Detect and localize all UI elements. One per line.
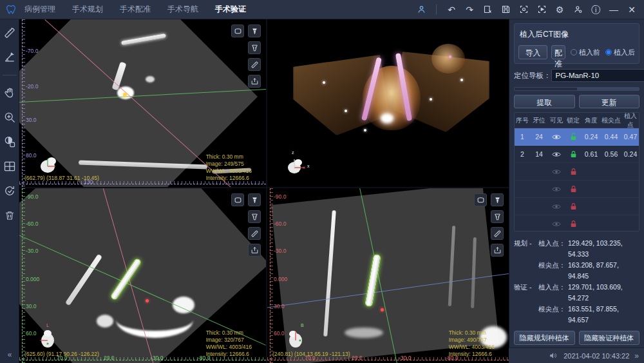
crown-view-icon[interactable] (231, 193, 244, 206)
hide-planned-implant-button[interactable]: 隐藏规划种植体 (514, 331, 575, 345)
measure-ruler-icon[interactable] (491, 227, 504, 240)
switch-account-icon[interactable] (572, 4, 583, 15)
implant-outline-icon[interactable] (248, 210, 261, 223)
table-row[interactable] (515, 163, 639, 181)
record-view-icon[interactable] (536, 4, 547, 15)
main-menu: 病例管理 手术规划 手术配准 手术导航 手术验证 (24, 4, 246, 15)
import-button[interactable]: 导入 (518, 45, 547, 59)
register-button[interactable]: 配准 (551, 45, 565, 59)
minimize-icon[interactable]: — (608, 4, 620, 15)
crown-view-icon[interactable] (474, 193, 487, 206)
entry-point-label: 植入点： (538, 238, 568, 260)
orientation-marker: L (36, 328, 62, 350)
menu-surgery-verification[interactable]: 手术验证 (215, 4, 246, 15)
implant-view-icon[interactable] (248, 193, 261, 206)
measure-ruler-icon[interactable] (248, 227, 261, 240)
lock-closed-icon[interactable] (565, 202, 582, 210)
slice-info-readout: Thick: 0.30 mm Image: 249/575 WW/WL: 400… (206, 153, 252, 182)
left-ruler-ticks (23, 19, 25, 187)
viewport-oblique-2[interactable]: -90.0-60.0 -30.00.000 30.060.0 70.020.0 … (267, 188, 509, 363)
skull-condyle (431, 44, 465, 74)
visible-eye-icon[interactable] (548, 221, 565, 227)
apex-point-label: 根尖点： (538, 304, 568, 326)
cursor-coordinate-readout: (240.81) (104.13 65.19 -121.13) (272, 351, 350, 357)
angle-measure-icon[interactable] (3, 50, 17, 64)
radio-pre-implant[interactable]: 植入前 (571, 48, 600, 57)
radio-post-implant[interactable]: 植入后 (605, 48, 635, 57)
user-icon[interactable] (415, 4, 427, 15)
orientation-marker: B (284, 328, 310, 350)
implant-view-icon[interactable] (248, 25, 261, 37)
hide-verified-implant-button[interactable]: 隐藏验证种植体 (579, 331, 640, 345)
crown-view-icon[interactable] (231, 25, 244, 37)
tool-sidebar: « (0, 19, 19, 363)
expand-chevrons-icon[interactable]: » (634, 351, 639, 360)
undo-icon[interactable]: ↶ (446, 4, 457, 15)
viewport-axial[interactable]: -70.0-20.0 30.080.0 130 (662.79) (318.87… (19, 19, 266, 187)
zoom-in-icon[interactable] (3, 110, 17, 124)
unlock-open-icon[interactable] (565, 133, 582, 141)
export-image-icon[interactable] (248, 75, 261, 88)
lock-closed-icon[interactable] (565, 168, 582, 175)
table-row[interactable] (515, 181, 639, 198)
status-bar: 2021-04-02 10:43:22 » (509, 348, 644, 363)
lock-closed-icon[interactable] (565, 220, 582, 228)
orientation-marker (36, 155, 62, 177)
verify-apex-value: 163.551, 87.855, 94.657 (568, 304, 639, 326)
export-image-icon[interactable] (248, 244, 261, 257)
implant-table: 序号牙位 可见锁定 角度根尖点 植入点 124 0.240.44 0.47 21… (514, 112, 639, 231)
implant-view-icon[interactable] (491, 193, 504, 206)
info-icon[interactable]: ⓘ (590, 4, 601, 15)
window-level-contrast-icon[interactable] (3, 135, 17, 149)
menu-case-management[interactable]: 病例管理 (24, 4, 55, 15)
visible-eye-icon[interactable] (548, 169, 565, 175)
redo-icon[interactable]: ↷ (464, 4, 475, 15)
axis-label-x: x (307, 164, 310, 168)
table-row[interactable] (515, 215, 639, 231)
menu-surgery-planning[interactable]: 手术规划 (72, 4, 103, 15)
guide-plate-row: 定位导板： (514, 69, 639, 82)
menu-surgery-registration[interactable]: 手术配准 (120, 4, 151, 15)
visible-eye-icon[interactable] (548, 186, 565, 192)
capture-view-icon[interactable] (518, 4, 529, 15)
tab-marker-points[interactable]: Marker点 (515, 88, 577, 91)
implant-outline-icon[interactable] (491, 210, 504, 223)
save-icon[interactable] (500, 4, 511, 15)
visible-eye-icon[interactable] (548, 204, 565, 210)
visible-eye-icon[interactable] (548, 134, 565, 140)
table-row[interactable]: 124 0.240.44 0.47 (515, 128, 639, 146)
reset-view-icon[interactable] (3, 184, 17, 198)
apex-point-label: 根尖点： (538, 260, 568, 282)
ruler-measure-icon[interactable] (3, 26, 17, 40)
settings-gear-icon[interactable]: ⚙ (554, 4, 565, 15)
lock-closed-icon[interactable] (565, 185, 582, 193)
table-row[interactable]: 214 0.610.56 0.24 (515, 146, 639, 163)
plan-label: 规划 - (514, 238, 538, 260)
pan-hand-icon[interactable] (3, 86, 17, 100)
menu-surgery-navigation[interactable]: 手术导航 (167, 4, 198, 15)
measure-ruler-icon[interactable] (248, 58, 261, 71)
viewport-oblique-1[interactable]: -90.0-60.0 -30.00.000 30.060.0 70.020.0 … (19, 188, 266, 363)
table-row[interactable] (515, 198, 639, 215)
tab-implants[interactable]: 种植体 (577, 88, 639, 91)
speaker-icon[interactable] (547, 350, 558, 362)
implant-apex-point (146, 299, 149, 302)
ct-phase-radio-group: 植入前 植入后 (571, 48, 635, 57)
delete-trash-icon[interactable] (3, 208, 17, 222)
lock-closed-icon[interactable] (565, 150, 582, 158)
sidebar-collapse-icon[interactable]: « (0, 350, 19, 359)
export-image-icon[interactable] (491, 244, 504, 257)
crosshair-center-point (123, 93, 127, 97)
close-case-icon[interactable] (482, 4, 493, 15)
implant-outline-icon[interactable] (248, 41, 261, 54)
viewport-3d[interactable]: z x (267, 19, 509, 187)
layout-grid-icon[interactable] (3, 159, 17, 173)
close-window-icon[interactable]: ✕ (626, 4, 638, 15)
radio-circle-selected-icon (605, 49, 612, 55)
extract-button[interactable]: 提取 (514, 95, 575, 108)
verify-label: 验证 - (514, 282, 538, 304)
visible-eye-icon[interactable] (548, 152, 565, 157)
application-window: 病例管理 手术规划 手术配准 手术导航 手术验证 ↶ ↷ (0, 0, 644, 363)
update-button[interactable]: 更新 (579, 95, 640, 108)
guide-plate-input[interactable] (551, 69, 644, 82)
